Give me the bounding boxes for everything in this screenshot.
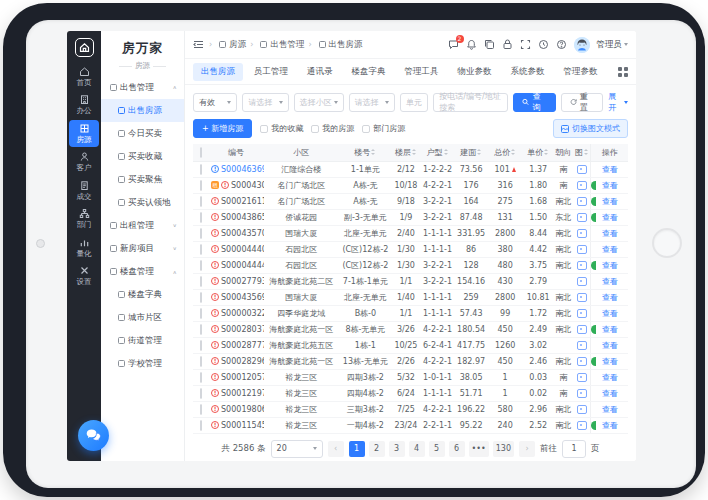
refresh-icon[interactable] — [538, 39, 549, 50]
row-checkbox[interactable] — [200, 292, 202, 303]
building-select[interactable]: 请选择 — [349, 93, 395, 112]
view-link[interactable]: 查看 — [602, 389, 618, 398]
view-link[interactable]: 查看 — [602, 405, 618, 414]
page-button[interactable]: 5 — [429, 441, 445, 457]
bell-icon[interactable] — [466, 39, 477, 50]
menu-item[interactable]: 城市片区 — [101, 306, 184, 329]
tab[interactable]: 管理参数 — [556, 63, 606, 81]
photo-icon[interactable] — [577, 213, 587, 222]
view-link[interactable]: 查看 — [602, 165, 618, 174]
view-link[interactable]: 查看 — [602, 341, 618, 350]
col-photo[interactable]: 图 — [574, 144, 591, 161]
page-button[interactable]: 130 — [493, 441, 514, 457]
row-checkbox[interactable] — [200, 372, 202, 383]
listing-code[interactable]: S00043865 — [221, 213, 264, 222]
page-size-select[interactable]: 20 — [271, 440, 323, 458]
view-link[interactable]: 查看 — [602, 421, 618, 430]
menu-item[interactable]: 出售房源 — [101, 99, 184, 122]
select-all-checkbox[interactable] — [200, 147, 202, 158]
view-link[interactable]: 查看 — [602, 373, 618, 382]
view-link[interactable]: 查看 — [602, 181, 618, 190]
row-checkbox[interactable] — [200, 164, 202, 175]
lock-icon[interactable] — [502, 39, 513, 50]
assistant-chat-button[interactable] — [78, 420, 109, 451]
listing-code[interactable]: S00012057 — [221, 373, 264, 382]
menu-item[interactable]: 街道管理 — [101, 329, 184, 352]
search-input[interactable]: 按电话/编号/地址搜索 — [433, 93, 508, 112]
nav-rail-item[interactable]: 设置 — [69, 262, 99, 289]
page-button[interactable]: 3 — [389, 441, 405, 457]
page-button[interactable]: ••• — [469, 441, 489, 457]
menu-group-sale[interactable]: 出售管理 ∧ — [101, 76, 184, 99]
listing-code[interactable]: S00004440 — [221, 245, 264, 254]
row-checkbox[interactable] — [200, 420, 202, 431]
nav-rail-item[interactable]: 办公 — [69, 91, 99, 118]
view-link[interactable]: 查看 — [602, 229, 618, 238]
unit-input[interactable]: 单元 — [400, 93, 428, 112]
photo-icon[interactable] — [577, 357, 587, 366]
photo-icon[interactable] — [577, 197, 587, 206]
collapse-sidebar-icon[interactable] — [193, 39, 204, 50]
menu-group-rent[interactable]: 出租管理 ∨ — [101, 214, 184, 237]
photo-icon[interactable] — [577, 261, 587, 270]
row-checkbox[interactable] — [200, 340, 202, 351]
menu-item[interactable]: 今日买卖 — [101, 122, 184, 145]
breadcrumb-item[interactable]: 出售房源 — [308, 39, 362, 51]
col-total-price[interactable]: 总价 — [487, 144, 524, 161]
nav-rail-item[interactable]: 量化 — [69, 234, 99, 261]
col-floor[interactable]: 楼层 — [392, 144, 419, 161]
menu-group-estate[interactable]: 楼盘管理 ∧ — [101, 260, 184, 283]
listing-code[interactable]: S00011545 — [221, 421, 264, 430]
next-page-button[interactable]: › — [519, 441, 535, 457]
apps-grid-icon[interactable] — [618, 67, 628, 77]
expand-filters-link[interactable]: 展开 — [608, 91, 628, 113]
listing-code[interactable]: S00027793 — [221, 277, 264, 286]
row-checkbox[interactable] — [200, 324, 202, 335]
col-area[interactable]: 建面 — [456, 144, 487, 161]
listing-code[interactable]: S00043010 — [231, 181, 264, 190]
row-checkbox[interactable] — [200, 244, 202, 255]
page-button[interactable]: 4 — [409, 441, 425, 457]
row-checkbox[interactable] — [200, 196, 202, 207]
photo-icon[interactable] — [577, 229, 587, 238]
col-unit-price[interactable]: 单价 — [524, 144, 553, 161]
type-select[interactable]: 请选择 — [242, 93, 288, 112]
view-link[interactable]: 查看 — [602, 197, 618, 206]
view-link[interactable]: 查看 — [602, 325, 618, 334]
photo-icon[interactable] — [577, 277, 587, 286]
status-select[interactable]: 有效 — [193, 93, 237, 112]
menu-item[interactable]: 楼盘字典 — [101, 283, 184, 306]
tab[interactable]: 系统参数 — [503, 63, 553, 81]
breadcrumb-item[interactable]: 出售管理 — [250, 39, 304, 51]
filter-checkbox[interactable]: 我的收藏 — [260, 123, 303, 134]
message-icon[interactable]: 2 — [448, 39, 459, 50]
photo-icon[interactable] — [577, 293, 587, 302]
row-checkbox[interactable] — [200, 404, 202, 415]
listing-code[interactable]: S00000322 — [221, 309, 264, 318]
nav-rail-item[interactable]: 客户 — [69, 148, 99, 175]
menu-item[interactable]: 买卖收藏 — [101, 145, 184, 168]
listing-code[interactable]: S00028296 — [221, 357, 264, 366]
tab[interactable]: 物业参数 — [450, 63, 500, 81]
photo-icon[interactable] — [577, 165, 587, 174]
menu-item[interactable]: 学校管理 — [101, 352, 184, 375]
add-listing-button[interactable]: + 新增房源 — [193, 119, 252, 138]
listing-code[interactable]: S00028777 — [221, 341, 264, 350]
listing-code[interactable]: S00028037 — [221, 325, 264, 334]
row-checkbox[interactable] — [200, 212, 202, 223]
view-link[interactable]: 查看 — [602, 293, 618, 302]
view-link[interactable]: 查看 — [602, 309, 618, 318]
view-link[interactable]: 查看 — [602, 357, 618, 366]
row-checkbox[interactable] — [200, 308, 202, 319]
community-select[interactable]: 选择小区 — [294, 93, 344, 112]
photo-icon[interactable] — [577, 373, 587, 382]
tab[interactable]: 员工管理 — [246, 63, 296, 81]
view-link[interactable]: 查看 — [602, 261, 618, 270]
photo-icon[interactable] — [577, 341, 587, 350]
switch-view-button[interactable]: 切换图文模式 — [553, 119, 628, 138]
filter-checkbox[interactable]: 我的房源 — [311, 123, 354, 134]
page-button[interactable]: 2 — [369, 441, 385, 457]
nav-rail-item[interactable]: 房源 — [69, 120, 99, 147]
photo-icon[interactable] — [577, 309, 587, 318]
jump-page-input[interactable]: 1 — [562, 440, 586, 458]
